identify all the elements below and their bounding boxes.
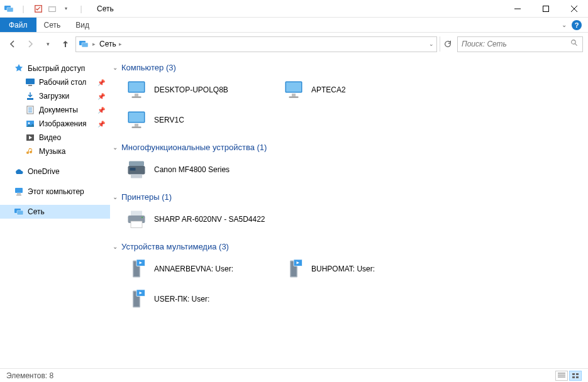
help-icon[interactable]: ? bbox=[572, 20, 582, 30]
svg-rect-44 bbox=[131, 211, 142, 216]
svg-rect-42 bbox=[131, 175, 142, 178]
sidebar-item-downloads[interactable]: Загрузки 📌 bbox=[0, 89, 110, 103]
address-dropdown-icon[interactable]: ⌄ bbox=[429, 41, 434, 47]
star-icon bbox=[14, 63, 24, 74]
svg-rect-40 bbox=[129, 161, 144, 166]
sidebar-item-documents[interactable]: Документы 📌 bbox=[0, 103, 110, 117]
forward-button[interactable] bbox=[23, 36, 38, 52]
network-item[interactable]: BUHPOMAT: User: bbox=[279, 254, 436, 284]
close-button[interactable] bbox=[560, 0, 588, 18]
sidebar-item-music[interactable]: Музыка bbox=[0, 145, 110, 158]
network-item[interactable]: USER-ПК: User: bbox=[121, 284, 279, 314]
group-header[interactable]: ⌄Устройства мультимедиа (3) bbox=[113, 239, 585, 254]
sidebar: Быстрый доступ Рабочий стол 📌 Загрузки 📌… bbox=[0, 55, 110, 368]
svg-rect-13 bbox=[26, 79, 35, 84]
item-label: ANNAERBEVNA: User: bbox=[154, 265, 233, 273]
sidebar-item-this-pc[interactable]: Этот компьютер bbox=[0, 185, 110, 199]
sidebar-label: Документы bbox=[39, 106, 78, 114]
network-item[interactable]: DESKTOP-UPOLQ8B bbox=[121, 75, 279, 105]
refresh-button[interactable] bbox=[440, 36, 455, 52]
sidebar-label: Изображения bbox=[39, 119, 86, 128]
svg-rect-25 bbox=[16, 195, 21, 195]
sidebar-item-videos[interactable]: Видео bbox=[0, 131, 110, 145]
network-item[interactable]: ANNAERBEVNA: User: bbox=[121, 254, 279, 284]
ribbon-file-tab[interactable]: Файл bbox=[0, 18, 36, 32]
titlebar: | ▾ | Сеть bbox=[0, 0, 588, 18]
qat-properties-icon[interactable] bbox=[33, 3, 44, 14]
ribbon-expand-icon[interactable]: ⌄ bbox=[562, 21, 567, 28]
qat-divider: | bbox=[18, 3, 29, 14]
sidebar-label: Рабочий стол bbox=[39, 78, 86, 87]
ribbon-tab-view[interactable]: Вид bbox=[68, 18, 97, 32]
computer-icon bbox=[125, 79, 148, 101]
network-item[interactable]: Canon MF4800 Series bbox=[121, 155, 279, 185]
pin-icon: 📌 bbox=[97, 93, 105, 100]
pictures-icon bbox=[25, 119, 35, 129]
search-input[interactable] bbox=[462, 40, 570, 48]
chevron-right-icon[interactable]: ▸ bbox=[92, 41, 96, 47]
up-button[interactable] bbox=[58, 36, 73, 52]
item-label: DESKTOP-UPOLQ8B bbox=[154, 85, 228, 94]
address-network-icon bbox=[79, 39, 89, 49]
svg-point-21 bbox=[28, 123, 30, 124]
address-bar[interactable]: ▸ Сеть ▸ ⌄ bbox=[75, 36, 437, 52]
onedrive-icon bbox=[14, 166, 24, 177]
sidebar-item-network[interactable]: Сеть bbox=[0, 205, 110, 219]
network-item[interactable]: SERV1C bbox=[121, 105, 279, 135]
item-label: BUHPOMAT: User: bbox=[311, 265, 375, 273]
svg-rect-35 bbox=[289, 97, 299, 98]
svg-rect-1 bbox=[7, 8, 13, 12]
svg-line-12 bbox=[575, 43, 577, 45]
svg-rect-60 bbox=[572, 373, 575, 375]
group-header[interactable]: ⌄Принтеры (1) bbox=[113, 190, 585, 204]
maximize-button[interactable] bbox=[531, 0, 560, 18]
svg-rect-6 bbox=[543, 6, 548, 11]
svg-rect-39 bbox=[132, 127, 141, 128]
item-label: SERV1C bbox=[154, 116, 184, 124]
this-pc-icon bbox=[14, 187, 24, 197]
sidebar-item-onedrive[interactable]: OneDrive bbox=[0, 165, 110, 178]
svg-rect-30 bbox=[135, 94, 138, 97]
music-icon bbox=[25, 146, 35, 156]
sidebar-item-quick-access[interactable]: Быстрый доступ bbox=[0, 62, 110, 75]
search-icon[interactable] bbox=[570, 39, 579, 49]
media-icon bbox=[125, 258, 148, 280]
qat-new-folder-icon[interactable] bbox=[47, 3, 58, 14]
recent-locations-button[interactable]: ▾ bbox=[40, 36, 55, 52]
sidebar-label: Быстрый доступ bbox=[28, 64, 85, 73]
svg-rect-38 bbox=[135, 124, 138, 127]
chevron-right-icon[interactable]: ▸ bbox=[119, 41, 122, 47]
ribbon-tab-network[interactable]: Сеть bbox=[36, 18, 69, 32]
svg-point-11 bbox=[572, 40, 576, 45]
svg-rect-23 bbox=[15, 188, 23, 193]
svg-rect-34 bbox=[292, 94, 296, 97]
view-large-icons-button[interactable] bbox=[569, 371, 582, 381]
group: ⌄Компьютер (3)DESKTOP-UPOLQ8BAPTECA2SERV… bbox=[113, 60, 585, 135]
media-icon bbox=[125, 288, 148, 310]
svg-rect-43 bbox=[130, 168, 136, 171]
network-icon bbox=[4, 4, 14, 14]
group-title: Компьютер (3) bbox=[121, 63, 176, 72]
qat-dropdown-icon[interactable]: ▾ bbox=[60, 3, 72, 14]
search-box[interactable] bbox=[457, 36, 583, 52]
view-details-button[interactable] bbox=[555, 371, 568, 381]
window-title: Сеть bbox=[97, 4, 114, 13]
group-header[interactable]: ⌄Многофункциональные устройства (1) bbox=[113, 140, 585, 155]
pin-icon: 📌 bbox=[97, 79, 105, 86]
breadcrumb-item[interactable]: Сеть bbox=[99, 40, 116, 48]
chevron-down-icon: ⌄ bbox=[113, 243, 118, 250]
back-button[interactable] bbox=[5, 36, 20, 52]
svg-rect-27 bbox=[17, 210, 23, 215]
item-label: APTECA2 bbox=[311, 85, 346, 94]
network-item[interactable]: SHARP AR-6020NV - SA5D4422 bbox=[121, 204, 279, 234]
network-item[interactable]: APTECA2 bbox=[279, 75, 436, 105]
minimize-button[interactable] bbox=[503, 0, 531, 18]
sidebar-item-pictures[interactable]: Изображения 📌 bbox=[0, 117, 110, 131]
sidebar-label: Загрузки bbox=[39, 92, 69, 101]
group-title: Многофункциональные устройства (1) bbox=[121, 143, 267, 152]
sidebar-item-desktop[interactable]: Рабочий стол 📌 bbox=[0, 75, 110, 89]
group-header[interactable]: ⌄Компьютер (3) bbox=[113, 60, 585, 75]
status-text: Элементов: 8 bbox=[6, 371, 53, 380]
mfp-icon bbox=[125, 158, 148, 181]
svg-rect-15 bbox=[27, 98, 33, 100]
